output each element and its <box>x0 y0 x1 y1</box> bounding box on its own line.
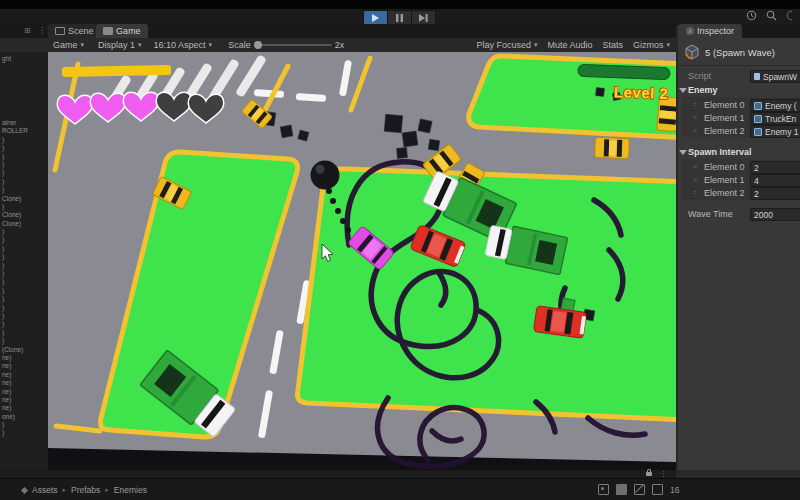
account-icon[interactable] <box>786 10 792 21</box>
drag-handle-icon[interactable]: = <box>693 125 697 137</box>
lock-icon[interactable] <box>646 472 652 476</box>
display-mode-popup[interactable]: Game▾ <box>53 40 84 50</box>
hierarchy-item[interactable]: ) <box>0 144 48 152</box>
scale-slider-knob[interactable] <box>254 41 262 49</box>
grid-icon[interactable]: ⊞ <box>24 27 31 35</box>
drag-handle-icon[interactable]: = <box>693 112 697 124</box>
drag-handle-icon[interactable]: = <box>693 174 697 186</box>
hierarchy-item[interactable]: ) <box>0 287 48 295</box>
hierarchy-item[interactable]: ) <box>0 169 48 177</box>
info-icon: i <box>686 27 694 35</box>
element-row[interactable]: = Element 1 4 <box>678 174 800 186</box>
hierarchy-item[interactable]: ) <box>0 228 48 236</box>
hierarchy-item[interactable]: ) <box>0 429 48 437</box>
hierarchy-item[interactable]: ) <box>0 245 48 253</box>
hierarchy-item[interactable]: ) <box>0 320 48 328</box>
section-spawn-interval[interactable]: Spawn Interval <box>678 146 800 158</box>
element-row[interactable]: = Element 0 Enemy ( <box>678 99 800 111</box>
tab-inspector[interactable]: i Inspector <box>678 24 742 38</box>
section-enemy[interactable]: Enemy <box>678 84 800 96</box>
hierarchy-item[interactable]: ) <box>0 236 48 244</box>
number-field[interactable]: 2 <box>750 187 800 200</box>
hierarchy-item[interactable]: ne) <box>0 388 48 396</box>
favorite-icon[interactable] <box>21 486 28 493</box>
hierarchy-item[interactable]: ) <box>0 186 48 194</box>
search-icon[interactable] <box>766 10 777 21</box>
breadcrumb-item[interactable]: Enemies <box>114 485 147 495</box>
scale-slider[interactable] <box>254 44 332 46</box>
step-button[interactable] <box>412 10 436 25</box>
hierarchy-item[interactable]: ne) <box>0 396 48 404</box>
hierarchy-item[interactable]: (Clone) <box>0 346 48 354</box>
hierarchy-item[interactable]: ) <box>0 421 48 429</box>
hierarchy-item[interactable]: ) <box>0 136 48 144</box>
breadcrumb-item[interactable]: Prefabs <box>71 485 100 495</box>
script-label: Script <box>688 70 711 82</box>
drag-handle-icon[interactable]: = <box>693 187 697 199</box>
element-row[interactable]: = Element 0 2 <box>678 161 800 173</box>
hierarchy-item[interactable]: ) <box>0 203 48 211</box>
image-icon[interactable] <box>598 484 609 495</box>
hierarchy-item[interactable]: ) <box>0 304 48 312</box>
hierarchy-item[interactable]: ROLLER <box>0 127 48 135</box>
hierarchy-item[interactable]: ) <box>0 329 48 337</box>
more-icon[interactable]: ⋮ <box>38 27 46 35</box>
window-titlebar: Main - tenthousand - Windows, Mac, Linux… <box>0 0 800 9</box>
hierarchy-item[interactable]: Clone) <box>0 211 48 219</box>
hierarchy-item[interactable]: ) <box>0 278 48 286</box>
hierarchy-item[interactable]: ne) <box>0 362 48 370</box>
hierarchy-item[interactable]: ) <box>0 337 48 345</box>
tab-scene[interactable]: Scene <box>48 24 101 38</box>
object-field[interactable]: Enemy ( <box>750 99 800 112</box>
pause-button[interactable] <box>388 10 412 25</box>
hierarchy-item[interactable]: ) <box>0 153 48 161</box>
hierarchy-item[interactable]: one) <box>0 413 48 421</box>
tab-game[interactable]: Game <box>96 24 148 38</box>
edit-icon[interactable] <box>634 484 645 495</box>
drag-handle-icon[interactable]: = <box>693 99 697 111</box>
hierarchy-item[interactable]: ) <box>0 295 48 303</box>
foldout-icon <box>679 88 687 93</box>
aspect-ratio-popup[interactable]: 16:10 Aspect▾ <box>154 40 213 50</box>
package-icon[interactable] <box>616 484 627 495</box>
number-field[interactable]: 4 <box>750 174 800 187</box>
hierarchy-item[interactable]: ght <box>0 55 48 63</box>
display-target-popup[interactable]: Display 1▾ <box>98 40 142 50</box>
hierarchy-item[interactable]: ne) <box>0 404 48 412</box>
game-viewport[interactable]: Level 2 <box>48 52 676 470</box>
wave-time-field[interactable]: 2000 <box>750 208 800 221</box>
gizmos-popup[interactable]: Gizmos▾ <box>633 40 670 50</box>
hierarchy-item[interactable]: ne) <box>0 379 48 387</box>
hierarchy-item[interactable]: ) <box>0 161 48 169</box>
hierarchy-item[interactable]: Clone) <box>0 220 48 228</box>
view-tab-strip: ⊞ ⋮ Scene Game <box>0 24 676 38</box>
element-row[interactable]: = Element 1 TruckEn <box>678 112 800 124</box>
script-field[interactable]: SpawnW <box>750 70 800 83</box>
scale-value: 2x <box>335 40 345 50</box>
hierarchy-item[interactable]: ) <box>0 270 48 278</box>
object-field[interactable]: Enemy 1 <box>750 125 800 138</box>
prefab-icon <box>684 44 700 60</box>
hierarchy-item[interactable]: ) <box>0 312 48 320</box>
hierarchy-item[interactable]: ) <box>0 253 48 261</box>
history-icon[interactable] <box>746 10 757 21</box>
stats-button[interactable]: Stats <box>602 40 623 50</box>
element-row[interactable]: = Element 2 Enemy 1 <box>678 125 800 137</box>
tab-scene-label: Scene <box>68 26 94 36</box>
element-row[interactable]: = Element 2 2 <box>678 187 800 199</box>
mute-audio-button[interactable]: Mute Audio <box>547 40 592 50</box>
number-field[interactable]: 2 <box>750 161 800 174</box>
drag-handle-icon[interactable]: = <box>693 161 697 173</box>
breadcrumb-item[interactable]: Assets <box>32 485 58 495</box>
hierarchy-item[interactable]: ne) <box>0 354 48 362</box>
hierarchy-item[interactable]: ne) <box>0 371 48 379</box>
play-button[interactable] <box>363 10 388 25</box>
object-field[interactable]: TruckEn <box>750 112 800 125</box>
hierarchy-item[interactable]: Clone) <box>0 195 48 203</box>
play-focused-popup[interactable]: Play Focused▾ <box>476 40 537 50</box>
hierarchy-item[interactable]: ainer <box>0 119 48 127</box>
hierarchy-item[interactable]: ) <box>0 178 48 186</box>
kebab-menu-icon[interactable]: ⋮ <box>660 471 667 477</box>
grid-icon[interactable] <box>652 484 663 495</box>
hierarchy-item[interactable]: ) <box>0 262 48 270</box>
